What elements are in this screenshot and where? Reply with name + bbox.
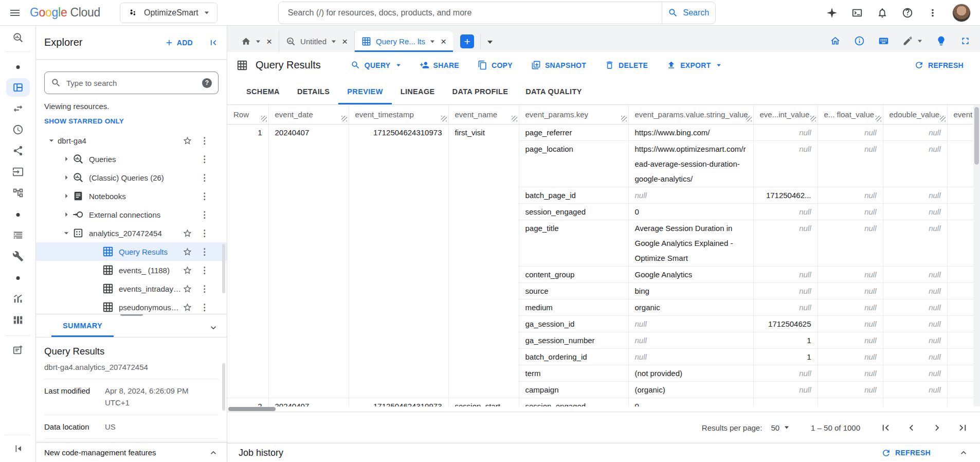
tree-item-dbrt-ga4[interactable]: dbrt-ga4⋮ bbox=[36, 131, 227, 150]
tree-item-events-1188[interactable]: events_ (1188)⋮ bbox=[36, 261, 227, 279]
tab-data-quality[interactable]: DATA QUALITY bbox=[517, 79, 590, 104]
tab-lineage[interactable]: LINEAGE bbox=[392, 79, 444, 104]
rail-item-monitoring-chart[interactable] bbox=[6, 290, 30, 308]
tree-item-external-connections[interactable]: External connections⋮ bbox=[36, 205, 227, 224]
info-icon[interactable] bbox=[854, 35, 865, 46]
tab-summary[interactable]: SUMMARY bbox=[51, 322, 114, 337]
project-selector[interactable]: OptimizeSmart bbox=[120, 3, 217, 23]
collapse-arrow-icon[interactable] bbox=[60, 154, 72, 164]
tab-menu-chevron-icon[interactable] bbox=[256, 40, 260, 43]
tab-menu-chevron-icon[interactable] bbox=[332, 40, 336, 43]
gemini-sparkle-icon[interactable] bbox=[826, 7, 838, 19]
column-resize-handle[interactable] bbox=[810, 116, 816, 121]
star-icon[interactable] bbox=[183, 284, 192, 294]
avatar[interactable] bbox=[952, 4, 971, 22]
item-menu-icon[interactable]: ⋮ bbox=[200, 283, 207, 294]
rail-item-admin-wrench[interactable] bbox=[6, 247, 30, 265]
last-page-icon[interactable] bbox=[957, 422, 969, 434]
collapse-arrow-icon[interactable] bbox=[60, 209, 72, 220]
expand-arrow-icon[interactable] bbox=[45, 135, 58, 146]
more-vertical-icon[interactable] bbox=[927, 7, 938, 19]
item-menu-icon[interactable]: ⋮ bbox=[200, 228, 207, 239]
rail-item-scheduled-queries-clock[interactable] bbox=[6, 120, 30, 139]
code-management-banner[interactable]: New code-management features bbox=[36, 442, 227, 462]
refresh-button[interactable]: REFRESH bbox=[914, 60, 964, 70]
export-button[interactable]: EXPORT bbox=[666, 60, 721, 70]
rail-item-table-workspace[interactable] bbox=[6, 78, 30, 97]
explorer-scrollbar[interactable] bbox=[222, 244, 225, 293]
editor-tab-query-re-lts[interactable]: Query Re... lts× bbox=[355, 31, 453, 52]
close-tab-icon[interactable]: × bbox=[342, 37, 348, 46]
tab-menu-chevron-icon[interactable] bbox=[430, 40, 434, 43]
column-resize-handle[interactable] bbox=[512, 116, 517, 121]
keyboard-shortcuts-icon[interactable] bbox=[878, 35, 889, 46]
rail-item-expand-panel[interactable] bbox=[6, 439, 30, 458]
item-menu-icon[interactable]: ⋮ bbox=[200, 191, 207, 202]
rail-item-bigquery-logo[interactable] bbox=[6, 28, 30, 47]
rail-item-data-transfer-input[interactable] bbox=[6, 163, 30, 181]
first-page-icon[interactable] bbox=[880, 422, 892, 434]
editor-tab-untitled[interactable]: Untitled× bbox=[279, 31, 355, 52]
copy-button[interactable]: COPY bbox=[478, 60, 513, 70]
snapshot-button[interactable]: SNAPSHOT bbox=[531, 60, 586, 70]
tree-item-query-results[interactable]: Query Results⋮ bbox=[36, 242, 227, 261]
hamburger-menu-icon[interactable] bbox=[0, 7, 30, 19]
column-resize-handle[interactable] bbox=[261, 116, 267, 121]
home-icon[interactable] bbox=[830, 35, 841, 46]
explorer-search-input[interactable] bbox=[66, 79, 197, 87]
expand-arrow-icon[interactable] bbox=[60, 228, 72, 238]
editor-tab-home[interactable]: × bbox=[234, 31, 279, 52]
tab-schema[interactable]: SCHEMA bbox=[238, 79, 288, 104]
tree-item-events-intraday-1[interactable]: events_intraday_ (1)⋮ bbox=[36, 279, 227, 298]
help-icon[interactable] bbox=[902, 7, 913, 19]
query-button[interactable]: QUERY bbox=[351, 60, 401, 70]
chevron-down-icon[interactable] bbox=[208, 323, 219, 333]
close-tab-icon[interactable]: × bbox=[441, 37, 446, 46]
tree-item-queries[interactable]: Queries⋮ bbox=[36, 150, 227, 168]
star-icon[interactable] bbox=[183, 265, 192, 275]
tree-item-analytics-207472454[interactable]: analytics_207472454⋮ bbox=[36, 224, 227, 242]
star-icon[interactable] bbox=[183, 136, 192, 146]
item-menu-icon[interactable]: ⋮ bbox=[200, 265, 207, 276]
notifications-bell-icon[interactable] bbox=[877, 7, 888, 19]
new-tab-button[interactable]: + bbox=[460, 34, 474, 48]
column-resize-handle[interactable] bbox=[621, 116, 627, 121]
tab-preview[interactable]: PREVIEW bbox=[338, 79, 391, 104]
tree-item-notebooks[interactable]: Notebooks⋮ bbox=[36, 187, 227, 205]
chevron-up-icon[interactable] bbox=[958, 448, 969, 458]
rail-item-compose-new[interactable] bbox=[6, 341, 30, 360]
item-menu-icon[interactable]: ⋮ bbox=[200, 246, 207, 257]
tab-details[interactable]: DETAILS bbox=[288, 79, 338, 104]
item-menu-icon[interactable]: ⋮ bbox=[200, 135, 207, 146]
rail-item-bi-blocks[interactable] bbox=[6, 311, 30, 329]
job-history-refresh-button[interactable]: REFRESH bbox=[881, 448, 931, 458]
search-help-icon[interactable]: ? bbox=[202, 78, 212, 88]
column-resize-handle[interactable] bbox=[341, 116, 347, 121]
magic-edit-control[interactable] bbox=[902, 35, 922, 46]
column-resize-handle[interactable] bbox=[746, 116, 752, 121]
scrollbar-thumb[interactable] bbox=[228, 407, 276, 411]
item-menu-icon[interactable]: ⋮ bbox=[200, 172, 207, 183]
next-page-icon[interactable] bbox=[931, 422, 943, 434]
scrollbar-thumb[interactable] bbox=[974, 107, 979, 165]
star-icon[interactable] bbox=[183, 303, 192, 312]
delete-button[interactable]: DELETE bbox=[605, 60, 648, 70]
rail-item-governance-list[interactable] bbox=[6, 226, 30, 244]
item-menu-icon[interactable]: ⋮ bbox=[200, 302, 207, 313]
tree-item-classic-queries-26[interactable]: (Classic) Queries (26)⋮ bbox=[36, 168, 227, 187]
item-menu-icon[interactable]: ⋮ bbox=[200, 209, 207, 220]
fullscreen-icon[interactable] bbox=[960, 35, 971, 46]
summary-scrollbar[interactable] bbox=[222, 363, 225, 411]
rail-item-data-transfers[interactable] bbox=[6, 99, 30, 118]
column-resize-handle[interactable] bbox=[876, 116, 881, 121]
tab-data-profile[interactable]: DATA PROFILE bbox=[444, 79, 517, 104]
star-icon[interactable] bbox=[183, 247, 192, 257]
previous-page-icon[interactable] bbox=[905, 422, 917, 434]
rail-item-schema-tree[interactable] bbox=[6, 184, 30, 202]
rail-item-analytics-hub-share[interactable] bbox=[6, 141, 30, 160]
collapse-explorer-icon[interactable] bbox=[208, 38, 219, 48]
show-starred-only-link[interactable]: SHOW STARRED ONLY bbox=[44, 117, 219, 125]
collapse-arrow-icon[interactable] bbox=[60, 172, 72, 183]
star-icon[interactable] bbox=[183, 228, 192, 238]
item-menu-icon[interactable]: ⋮ bbox=[200, 154, 207, 165]
